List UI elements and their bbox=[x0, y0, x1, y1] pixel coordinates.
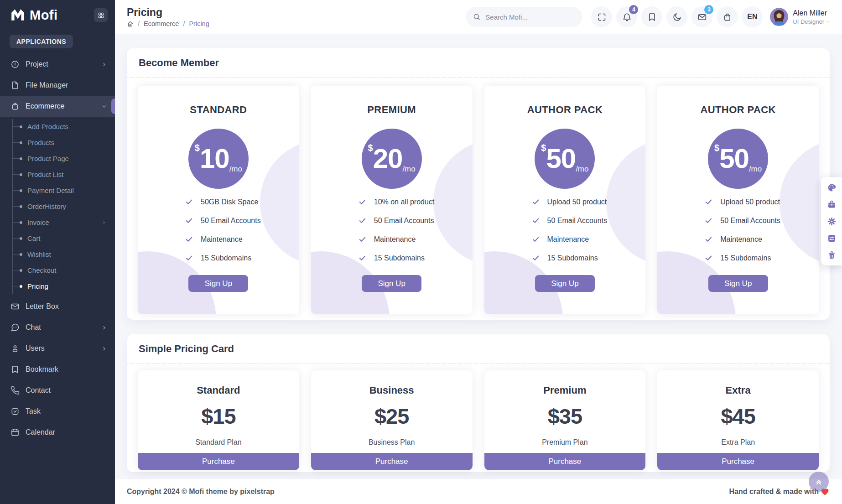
user-icon bbox=[10, 344, 20, 353]
notifications-button[interactable]: 4 bbox=[616, 6, 637, 27]
cart-button[interactable] bbox=[717, 6, 738, 27]
purchase-button[interactable]: Purchase bbox=[657, 453, 819, 470]
purchase-button[interactable]: Purchase bbox=[138, 453, 299, 470]
sign-up-button[interactable]: Sign Up bbox=[535, 275, 595, 292]
submenu-item-invoice[interactable]: Invoice bbox=[13, 214, 115, 230]
messages-button[interactable]: 3 bbox=[691, 6, 712, 27]
submenu-item-pricing[interactable]: Pricing bbox=[13, 278, 115, 294]
sidebar-item-letter-box[interactable]: Letter Box bbox=[0, 296, 115, 317]
submenu-item-checkout[interactable]: Checkout bbox=[13, 262, 115, 278]
card-body: STANDARD $10/mo 50GB Disk Space 50 Email… bbox=[127, 78, 830, 320]
plan-price: 20 bbox=[373, 145, 403, 172]
simple-card-plan: Premium Plan bbox=[484, 438, 646, 447]
plan-period: /mo bbox=[749, 165, 762, 174]
sidebar-item-chat[interactable]: Chat bbox=[0, 317, 115, 338]
breadcrumb-section[interactable]: Ecommerce bbox=[144, 20, 179, 27]
sidebar-item-calendar[interactable]: Calendar bbox=[0, 422, 115, 443]
trash-icon bbox=[827, 250, 837, 260]
simple-card-plan: Standard Plan bbox=[138, 438, 299, 447]
plan-feature: 15 Subdomains bbox=[359, 249, 473, 267]
home-icon bbox=[127, 21, 134, 27]
sidebar-toggle-button[interactable] bbox=[94, 8, 108, 22]
plan-feature: 50 Email Accounts bbox=[359, 211, 473, 230]
check-icon bbox=[359, 217, 366, 224]
check-icon bbox=[705, 235, 712, 243]
plan-price: 50 bbox=[546, 145, 576, 172]
mail-icon bbox=[10, 302, 20, 311]
options-button[interactable] bbox=[826, 233, 837, 244]
color-palette-button[interactable] bbox=[826, 182, 837, 193]
submenu-item-product-list[interactable]: Product List bbox=[13, 166, 115, 182]
sidebar-item-label: File Manager bbox=[26, 81, 68, 89]
chevron-right-icon bbox=[101, 324, 108, 331]
sidebar-item-task[interactable]: Task bbox=[0, 401, 115, 422]
submenu-item-products[interactable]: Products bbox=[13, 135, 115, 151]
check-icon bbox=[705, 217, 712, 224]
bookmark-button[interactable] bbox=[641, 6, 662, 27]
submenu-item-wishlist[interactable]: Wishlist bbox=[13, 246, 115, 262]
check-icon bbox=[185, 217, 193, 224]
plan-feature: Maintenance bbox=[705, 230, 819, 249]
simple-card-standard: Standard $15 Standard Plan Purchase bbox=[138, 370, 299, 470]
layout-button[interactable] bbox=[826, 199, 837, 210]
plan-period: /mo bbox=[402, 165, 415, 174]
theme-customizer-panel bbox=[821, 177, 842, 265]
sidebar-item-project[interactable]: Project bbox=[0, 54, 115, 75]
topbar-actions: 4 3 EN Alen Miller UI Designer bbox=[466, 6, 830, 27]
sidebar-item-label: Calendar bbox=[26, 428, 55, 436]
simple-card-price: $15 bbox=[138, 404, 299, 429]
dark-mode-button[interactable] bbox=[666, 6, 687, 27]
check-icon bbox=[185, 235, 193, 243]
submenu-item-orderhistory[interactable]: OrderHistory bbox=[13, 198, 115, 214]
sign-up-button[interactable]: Sign Up bbox=[362, 275, 421, 292]
user-profile[interactable]: Alen Miller UI Designer bbox=[770, 8, 830, 26]
shopping-bag-icon bbox=[10, 102, 20, 111]
sidebar-item-bookmark[interactable]: Bookmark bbox=[0, 359, 115, 380]
submenu-item-product-page[interactable]: Product Page bbox=[13, 151, 115, 166]
sidebar-item-file-manager[interactable]: File Manager bbox=[0, 75, 115, 96]
avatar bbox=[770, 8, 788, 26]
plan-price: 50 bbox=[719, 145, 749, 172]
bookmark-icon bbox=[647, 12, 657, 22]
plan-feature: 50 Email Accounts bbox=[185, 211, 299, 230]
plan-currency: $ bbox=[195, 143, 200, 153]
sidebar-item-ecommerce[interactable]: Ecommerce bbox=[0, 96, 115, 117]
plan-feature: 50 Email Accounts bbox=[705, 211, 819, 230]
submenu-item-payment-detail[interactable]: Payment Detail bbox=[13, 182, 115, 198]
plan-price-badge: $20/mo bbox=[362, 129, 422, 189]
reset-button[interactable] bbox=[826, 249, 837, 260]
page-head: Pricing / Ecommerce / Pricing bbox=[127, 6, 209, 27]
fullscreen-button[interactable] bbox=[591, 6, 612, 27]
breadcrumb-home[interactable] bbox=[127, 21, 134, 27]
notifications-badge: 4 bbox=[629, 5, 638, 14]
scroll-to-top-button[interactable] bbox=[809, 472, 829, 492]
sign-up-button[interactable]: Sign Up bbox=[188, 275, 248, 292]
plan-feature: 15 Subdomains bbox=[705, 249, 819, 267]
chevron-right-icon bbox=[101, 345, 108, 352]
copyright-text: Copyright 2024 © Mofi theme by pixelstra… bbox=[127, 488, 275, 496]
submenu-item-add-products[interactable]: Add Products bbox=[13, 119, 115, 135]
plan-name: STANDARD bbox=[138, 104, 299, 116]
messages-badge: 3 bbox=[704, 5, 713, 14]
sidebar-item-label: Letter Box bbox=[26, 302, 59, 311]
search-input[interactable] bbox=[485, 13, 576, 21]
plan-card-premium: PREMIUM $20/mo 10% on all product 50 Ema… bbox=[311, 86, 473, 314]
simple-pricing-card: Simple Pricing Card Standard $15 Standar… bbox=[127, 334, 830, 472]
chevron-right-icon bbox=[101, 220, 107, 225]
purchase-button[interactable]: Purchase bbox=[484, 453, 646, 470]
app-window: Mofi APPLICATIONS Project File Manager E… bbox=[0, 0, 842, 504]
sidebar-item-contact[interactable]: Contact bbox=[0, 380, 115, 401]
submenu-item-cart[interactable]: Cart bbox=[13, 230, 115, 246]
language-button[interactable]: EN bbox=[742, 6, 763, 27]
simple-card-name: Business bbox=[311, 384, 473, 396]
bookmark-icon bbox=[10, 365, 20, 374]
simple-card-extra: Extra $45 Extra Plan Purchase bbox=[657, 370, 819, 470]
card-title: Become Member bbox=[139, 57, 818, 69]
settings-button[interactable] bbox=[826, 216, 837, 227]
purchase-button[interactable]: Purchase bbox=[311, 453, 473, 470]
simple-card-price: $45 bbox=[657, 404, 819, 429]
sidebar-item-users[interactable]: Users bbox=[0, 338, 115, 359]
card-body: Standard $15 Standard Plan Purchase Busi… bbox=[127, 364, 830, 472]
sidebar-item-label: Project bbox=[26, 60, 48, 68]
sign-up-button[interactable]: Sign Up bbox=[708, 275, 768, 292]
